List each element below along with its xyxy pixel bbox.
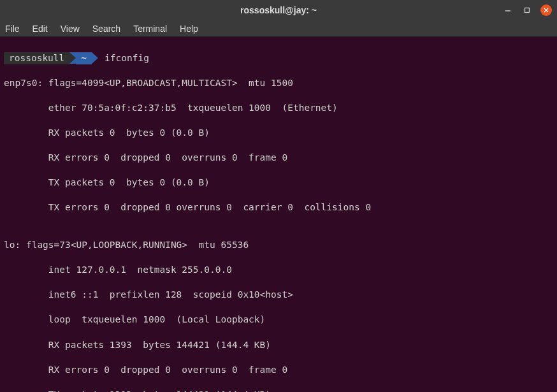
menu-terminal[interactable]: Terminal	[133, 24, 167, 34]
menu-search[interactable]: Search	[92, 24, 120, 34]
window-controls	[502, 4, 552, 16]
output-line: inet6 ::1 prefixlen 128 scopeid 0x10<hos…	[4, 289, 553, 301]
menu-view[interactable]: View	[61, 24, 80, 34]
output-line: RX packets 1393 bytes 144421 (144.4 KB)	[4, 339, 553, 352]
prompt-line-1: rossoskull~ifconfig	[4, 52, 553, 65]
minimize-button[interactable]	[502, 4, 514, 16]
terminal-area[interactable]: rossoskull~ifconfig enp7s0: flags=4099<U…	[0, 37, 557, 392]
output-line: inet 127.0.0.1 netmask 255.0.0.0	[4, 264, 553, 277]
output-line: lo: flags=73<UP,LOOPBACK,RUNNING> mtu 65…	[4, 239, 553, 252]
svg-rect-1	[525, 8, 530, 13]
output-line: TX packets 0 bytes 0 (0.0 B)	[4, 177, 553, 189]
output-line: TX errors 0 dropped 0 overruns 0 carrier…	[4, 201, 553, 214]
output-line: ether 70:5a:0f:c2:37:b5 txqueuelen 1000 …	[4, 102, 553, 115]
maximize-button[interactable]	[521, 4, 533, 16]
output-line: RX errors 0 dropped 0 overruns 0 frame 0	[4, 364, 553, 377]
separator-icon	[92, 52, 98, 64]
output-line: RX packets 0 bytes 0 (0.0 B)	[4, 127, 553, 140]
menubar: File Edit View Search Terminal Help	[0, 20, 557, 37]
menu-file[interactable]: File	[5, 24, 20, 34]
prompt-path: ~	[81, 52, 87, 65]
output-line: loop txqueuelen 1000 (Local Loopback)	[4, 314, 553, 326]
prompt-user: rossoskull	[9, 52, 64, 65]
titlebar: rossoskull@jay: ~	[0, 0, 557, 20]
command-text: ifconfig	[105, 52, 149, 65]
output-line: TX packets 1393 bytes 144421 (144.4 KB)	[4, 389, 553, 392]
menu-edit[interactable]: Edit	[33, 24, 48, 34]
menu-help[interactable]: Help	[180, 24, 198, 34]
close-button[interactable]	[540, 4, 552, 16]
separator-icon	[69, 52, 76, 64]
window-title: rossoskull@jay: ~	[0, 5, 557, 15]
output-line: enp7s0: flags=4099<UP,BROADCAST,MULTICAS…	[4, 77, 553, 90]
output-line: RX errors 0 dropped 0 overruns 0 frame 0	[4, 152, 553, 164]
